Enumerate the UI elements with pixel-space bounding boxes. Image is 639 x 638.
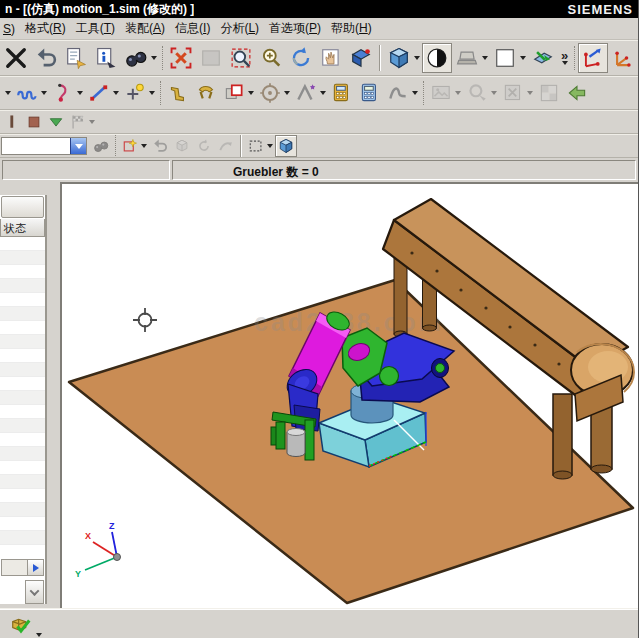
grid-button[interactable] — [535, 79, 563, 107]
return-button[interactable] — [563, 79, 591, 107]
shaded-small-button[interactable] — [275, 135, 297, 157]
conveyor-roller[interactable] — [571, 344, 634, 421]
navigator-row — [0, 363, 45, 377]
marker-button[interactable] — [121, 79, 157, 107]
navigator-row — [0, 503, 45, 517]
combo-dropdown-button[interactable] — [70, 138, 86, 154]
laptop-icon — [454, 45, 480, 71]
delete-button[interactable] — [1, 43, 31, 73]
solve-check-button[interactable] — [6, 609, 44, 638]
refresh-view-button[interactable] — [193, 135, 215, 157]
calculator-button[interactable] — [356, 79, 384, 107]
clipboard-button[interactable] — [61, 43, 91, 73]
menu-item-工具[interactable]: 工具(T) — [74, 17, 123, 40]
toolbar-overflow-button[interactable]: » — [558, 51, 571, 65]
play-direction-button[interactable] — [45, 111, 67, 133]
menu-item-帮助[interactable]: 帮助(H) — [329, 17, 380, 40]
motion-curve-button[interactable] — [215, 135, 237, 157]
view-orient-icon — [348, 45, 374, 71]
toolbar-grip[interactable] — [115, 134, 116, 158]
menu-item-装配[interactable]: 装配(A) — [123, 17, 173, 40]
shoulder-green-joint[interactable] — [380, 367, 399, 386]
zoom-region-button[interactable] — [463, 79, 499, 107]
link-button[interactable] — [85, 79, 121, 107]
zoom-button[interactable] — [196, 43, 226, 73]
undo-gray-button[interactable] — [149, 135, 171, 157]
maroon-square-icon — [25, 113, 43, 131]
finish-flag-button[interactable] — [67, 111, 97, 133]
rectangle-select-button[interactable] — [245, 135, 275, 157]
trace-button[interactable] — [292, 79, 328, 107]
spring-connector-button[interactable] — [13, 79, 49, 107]
prompt-bar-left-section — [2, 160, 170, 180]
spring-icon — [15, 81, 39, 105]
solution-button[interactable] — [192, 79, 220, 107]
partial-icon[interactable] — [1, 111, 23, 133]
dynamic-csys-button[interactable] — [578, 43, 608, 73]
toolbar-grip[interactable] — [574, 46, 575, 70]
toolbar-grip[interactable] — [162, 46, 163, 70]
navigator-header-button[interactable] — [1, 196, 44, 218]
measure-button[interactable] — [256, 79, 292, 107]
orient-csys-button[interactable] — [608, 43, 638, 73]
pan-button[interactable] — [316, 43, 346, 73]
menu-item-分析[interactable]: 分析(L) — [218, 17, 267, 40]
material-swatch-button[interactable] — [23, 111, 45, 133]
toolbar-grip[interactable] — [423, 81, 424, 105]
find-button[interactable] — [121, 43, 159, 73]
zoom-in-out-button[interactable] — [256, 43, 286, 73]
navigator-row — [0, 265, 45, 279]
fit-view-button[interactable] — [166, 43, 196, 73]
navigator-row — [0, 377, 45, 391]
spreadsheet-button[interactable] — [328, 79, 356, 107]
information-button[interactable] — [91, 43, 121, 73]
status-column-header[interactable]: 状态 — [0, 219, 45, 237]
export-image-button[interactable] — [427, 79, 463, 107]
gripper-left-finger[interactable] — [276, 422, 285, 449]
zoom-window-button[interactable] — [226, 43, 256, 73]
graphics-viewport[interactable]: cad2688.com — [60, 182, 638, 608]
toolbar-animation — [0, 110, 638, 134]
part-check-icon — [8, 611, 34, 637]
graph-button[interactable] — [384, 79, 420, 107]
background-color-button[interactable] — [490, 43, 528, 73]
mechanism-button[interactable] — [164, 79, 192, 107]
undo-icon — [151, 137, 169, 155]
menu-item-s[interactable]: S) — [1, 19, 23, 39]
lasso-gray-icon — [465, 81, 489, 105]
gripper-right-finger[interactable] — [305, 420, 314, 460]
selection-filter-combo[interactable] — [1, 137, 87, 155]
toolbar-motion — [0, 76, 638, 110]
calc2-icon — [358, 81, 382, 105]
menu-item-首选项[interactable]: 首选项(P) — [267, 17, 329, 40]
y-axis-label: Y — [75, 569, 81, 579]
orient-view-button[interactable] — [346, 43, 376, 73]
snap-point-button[interactable] — [119, 135, 149, 157]
horizontal-scrollbar[interactable] — [1, 559, 44, 576]
curve-gray-icon — [217, 137, 235, 155]
visualization-button[interactable] — [452, 43, 490, 73]
show-cube-button[interactable] — [171, 135, 193, 157]
toolbar-grip[interactable] — [160, 81, 161, 105]
navigator-row — [0, 293, 45, 307]
menu-item-格式[interactable]: 格式(R) — [23, 17, 74, 40]
collapse-panel-button[interactable] — [25, 580, 44, 604]
shaded-display-button[interactable] — [384, 43, 422, 73]
more-commands-caret[interactable] — [1, 89, 13, 97]
combo-value[interactable] — [2, 138, 70, 154]
fit-view-icon — [168, 45, 194, 71]
zoom-window-icon — [228, 45, 254, 71]
interference-button[interactable] — [220, 79, 256, 107]
menu-item-信息[interactable]: 信息(I) — [173, 17, 218, 40]
delete-motion-button[interactable] — [499, 79, 535, 107]
3d-scene[interactable]: cad2688.com — [62, 184, 638, 608]
undo-button[interactable] — [31, 43, 61, 73]
render-style-button[interactable] — [422, 43, 452, 73]
find-component-button[interactable] — [90, 135, 112, 157]
toolbar-standard: » — [0, 40, 638, 76]
clip-section-button[interactable] — [528, 43, 558, 73]
green-tri-icon — [47, 113, 65, 131]
scroll-right-button[interactable] — [27, 560, 43, 575]
joint-button[interactable] — [49, 79, 85, 107]
rotate-view-button[interactable] — [286, 43, 316, 73]
